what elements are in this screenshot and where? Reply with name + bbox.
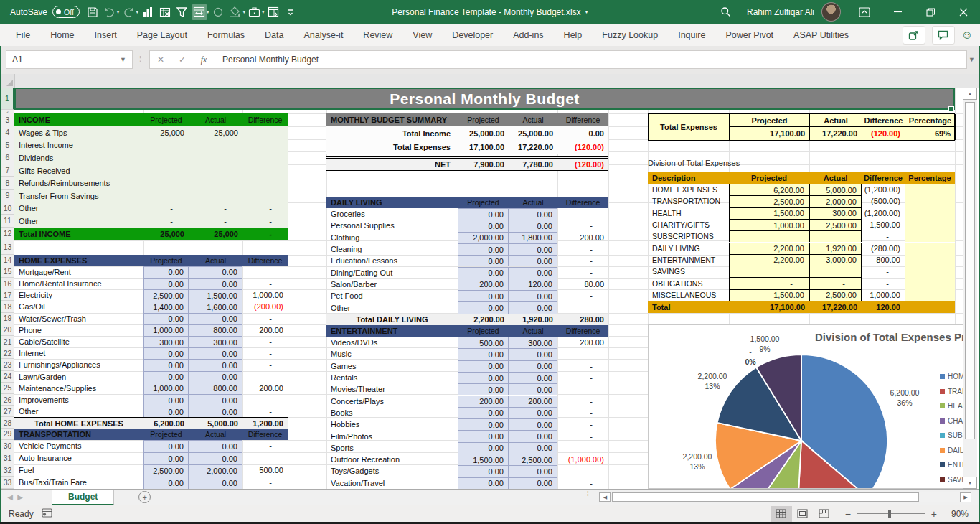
cell[interactable]: - — [242, 359, 288, 370]
header-cell[interactable]: Projected — [143, 113, 189, 126]
cell[interactable]: 300.00 — [143, 336, 189, 347]
cell[interactable]: - — [242, 215, 288, 228]
cell[interactable]: 25,000.00 — [458, 126, 509, 140]
row-header-19[interactable]: 19 — [1, 313, 14, 324]
cell[interactable]: 0.00 — [458, 442, 509, 454]
cell[interactable]: Other — [326, 301, 458, 313]
header-cell[interactable]: Actual — [809, 172, 862, 184]
cell[interactable]: - — [189, 202, 242, 215]
header-cell[interactable]: Difference — [557, 325, 608, 337]
cell[interactable]: - — [189, 164, 242, 177]
cell[interactable]: 0.00 — [189, 266, 242, 278]
row-header-27[interactable]: 27 — [1, 406, 14, 417]
tab-home[interactable]: Home — [40, 24, 84, 46]
cell[interactable]: 0.00 — [509, 290, 557, 301]
cell[interactable]: 0.00 — [458, 465, 509, 477]
cell[interactable]: 80.00 — [557, 279, 608, 290]
header-cell[interactable]: Difference — [242, 113, 288, 126]
formula-text[interactable]: Personal Monthly Budget — [222, 55, 319, 65]
cell[interactable]: 0.00 — [509, 243, 557, 255]
cell[interactable]: 0.00 — [189, 477, 242, 489]
cell[interactable]: Clothing — [326, 232, 458, 243]
header-cell[interactable]: Actual — [509, 113, 557, 126]
cell[interactable]: 6,200.00 — [729, 184, 809, 195]
row-header-15[interactable]: 15 — [1, 266, 14, 278]
avatar[interactable] — [821, 2, 841, 22]
cell[interactable]: 2,500.00 — [809, 219, 862, 230]
scroll-right-icon[interactable]: ▶ — [960, 492, 971, 502]
cell[interactable]: Total — [648, 301, 729, 313]
tab-analyse-it[interactable]: Analyse-it — [293, 24, 353, 46]
cell[interactable]: Fuel — [14, 464, 143, 477]
cell[interactable]: 800.00 — [862, 254, 905, 266]
legend-item[interactable]: DAILY LIVING — [940, 446, 963, 454]
cell[interactable]: 200.00 — [557, 232, 608, 243]
cell[interactable]: 1,500.00 — [729, 289, 809, 301]
cell[interactable]: 17,220.00 — [809, 301, 862, 313]
cell[interactable]: 5,000.00 — [189, 418, 242, 429]
cell[interactable]: 0.00 — [509, 301, 557, 313]
row-header-30[interactable]: 30 — [1, 440, 14, 452]
cell[interactable]: 1,400.00 — [143, 301, 189, 312]
tab-add-ins[interactable]: Add-ins — [503, 24, 553, 46]
column-width-icon[interactable] — [192, 4, 207, 20]
add-sheet-button[interactable]: + — [138, 491, 151, 503]
cell[interactable]: Lawn/Garden — [14, 371, 143, 383]
cell[interactable]: Salon/Barber — [326, 279, 458, 290]
cell[interactable]: Cleaning — [326, 243, 458, 255]
cell[interactable]: 1,000.00 — [143, 324, 189, 336]
header-cell[interactable]: Projected — [729, 172, 809, 184]
cell[interactable]: Total HOME EXPENSES — [14, 418, 143, 429]
cell[interactable]: Other — [14, 406, 143, 417]
cell[interactable]: Dining/Eating Out — [326, 267, 458, 279]
header-cell[interactable]: Difference — [862, 114, 905, 127]
cell[interactable]: Auto Insurance — [14, 452, 143, 464]
header-cell[interactable]: TRANSPORTATION — [14, 429, 143, 440]
save-icon[interactable] — [85, 4, 100, 20]
cell[interactable]: 0.00 — [458, 360, 509, 372]
cell[interactable]: Total Expenses — [326, 140, 458, 154]
cell[interactable]: 2,000.00 — [458, 232, 509, 243]
cell[interactable]: - — [557, 301, 608, 313]
cell[interactable]: 120.00 — [509, 279, 557, 290]
row-header-32[interactable]: 32 — [1, 464, 14, 477]
tools-icon[interactable] — [247, 4, 263, 20]
cell[interactable]: Gifts Received — [14, 164, 143, 177]
cell[interactable]: - — [189, 139, 242, 152]
cell[interactable]: Wages & Tips — [14, 126, 143, 139]
cell[interactable]: - — [809, 266, 862, 277]
cell[interactable]: - — [242, 347, 288, 359]
normal-view-icon[interactable] — [771, 506, 792, 522]
cell[interactable]: 2,500.00 — [509, 454, 557, 465]
tab-data[interactable]: Data — [255, 24, 293, 46]
cell[interactable]: - — [242, 266, 288, 278]
cell[interactable]: 1,600.00 — [189, 301, 242, 312]
cell[interactable]: (280.00) — [862, 243, 905, 254]
cell[interactable] — [905, 301, 955, 313]
row-header-22[interactable]: 22 — [1, 347, 14, 359]
cell[interactable]: (120.00) — [557, 140, 608, 154]
cell[interactable]: Internet — [14, 347, 143, 359]
cell[interactable]: Sports — [326, 442, 458, 454]
cell[interactable]: 25,000 — [189, 228, 242, 240]
sheet-grid[interactable]: INCOMEProjectedActualDifferenceWages & T… — [14, 88, 963, 489]
tab-file[interactable]: File — [6, 24, 40, 46]
cell[interactable]: 0.00 — [458, 290, 509, 301]
cell[interactable]: Vacation/Travel — [326, 477, 458, 489]
row-header-4[interactable]: 4 — [1, 126, 14, 139]
cell[interactable]: 17,100.00 — [458, 140, 509, 154]
cell[interactable]: 0.00 — [143, 452, 189, 464]
cell[interactable]: - — [242, 371, 288, 383]
cell[interactable]: 0.00 — [509, 442, 557, 454]
cell[interactable]: - — [143, 151, 189, 164]
cell[interactable]: - — [862, 266, 905, 277]
cell[interactable]: 2,000.00 — [189, 464, 242, 477]
header-cell[interactable]: Difference — [242, 429, 288, 440]
cell[interactable] — [905, 230, 955, 242]
cell[interactable]: - — [242, 177, 288, 190]
row-header-5[interactable]: 5 — [1, 139, 14, 152]
cell[interactable]: Cable/Satellite — [14, 336, 143, 347]
cell[interactable]: Movies/Theater — [326, 383, 458, 395]
cell[interactable]: Groceries — [326, 208, 458, 220]
header-cell[interactable]: INCOME — [14, 113, 143, 126]
